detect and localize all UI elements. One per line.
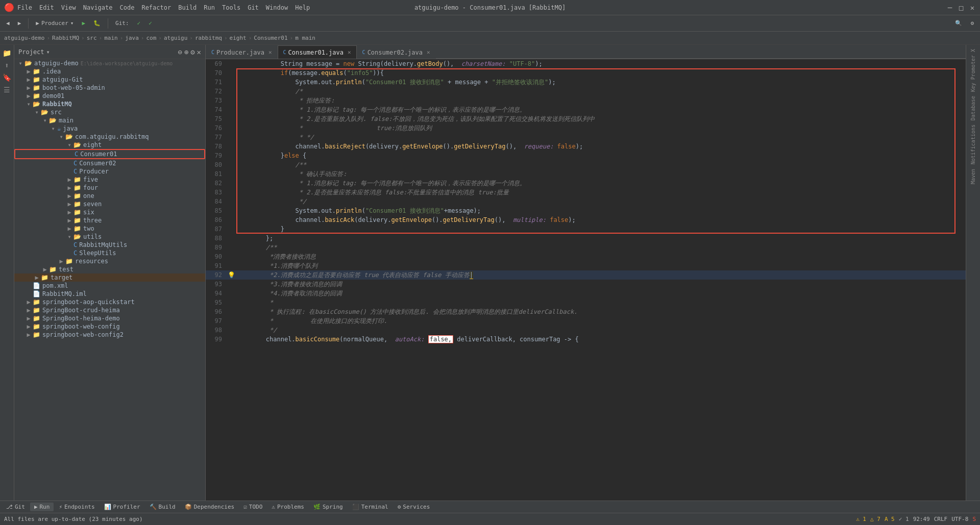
- menu-help[interactable]: Help: [295, 4, 310, 11]
- tree-springboot-heima[interactable]: ▶ 📁 SpringBoot-heima-demo: [14, 314, 205, 322]
- tab-consumer01[interactable]: C Consumer01.java ✕: [278, 45, 357, 59]
- close-button[interactable]: ✕: [969, 4, 976, 11]
- sidebar-close[interactable]: ✕: [197, 48, 201, 56]
- maven-icon[interactable]: Maven: [970, 169, 976, 184]
- tree-boot-web[interactable]: ▶ 📁 boot-web-05-admin: [14, 84, 205, 92]
- menu-git[interactable]: Git: [248, 4, 259, 11]
- bulb-icon[interactable]: 💡: [228, 270, 235, 280]
- tree-utils[interactable]: ▾ 📂 utils: [14, 233, 205, 241]
- commit-icon[interactable]: ⬆: [5, 61, 9, 69]
- tree-atguigu-git[interactable]: ▶ 📁 atguigu-Git: [14, 76, 205, 84]
- bottom-tab-profiler[interactable]: 📊 Profiler: [100, 503, 144, 511]
- tree-springboot-crud[interactable]: ▶ 📁 SpringBoot-crud-heima: [14, 306, 205, 314]
- toolbar-git-check1[interactable]: ✓: [134, 19, 144, 28]
- sidebar-settings[interactable]: ⚙: [190, 48, 194, 56]
- notifications-icon[interactable]: Notifications: [970, 124, 976, 164]
- tab-producer[interactable]: C Producer.java ✕: [206, 45, 278, 59]
- key-promoter-icon[interactable]: Key Promoter X: [970, 49, 976, 92]
- bottom-tab-dependencies[interactable]: 📦 Dependencies: [181, 503, 238, 511]
- bottom-tab-run[interactable]: ▶ Run: [30, 503, 54, 511]
- menu-code[interactable]: Code: [120, 4, 135, 11]
- tree-main[interactable]: ▾ 📂 main: [14, 116, 205, 124]
- tree-src[interactable]: ▾ 📂 src: [14, 108, 205, 116]
- menu-navigate[interactable]: Navigate: [83, 4, 113, 11]
- tree-consumer02[interactable]: C Consumer02: [14, 159, 205, 167]
- tree-pom[interactable]: 📄 pom.xml: [14, 282, 205, 290]
- bookmarks-icon[interactable]: 🔖: [3, 73, 11, 82]
- breadcrumb-item-2[interactable]: src: [87, 35, 97, 41]
- breadcrumb-item-1[interactable]: RabbitMQ: [52, 35, 79, 41]
- tree-springboot-web-config2[interactable]: ▶ 📁 springboot-web-config2: [14, 331, 205, 339]
- tree-springboot-aop[interactable]: ▶ 📁 springboot-aop-quickstart: [14, 298, 205, 306]
- breadcrumb-item-0[interactable]: atguigu-demo: [4, 35, 44, 41]
- tab-consumer02-close[interactable]: ✕: [427, 49, 430, 56]
- tree-seven[interactable]: ▶ 📁 seven: [14, 200, 205, 208]
- project-icon[interactable]: 📁: [3, 49, 11, 57]
- breadcrumb-item-9[interactable]: Consumer01: [254, 35, 287, 41]
- tree-test[interactable]: ▶ 📁 test: [14, 265, 205, 273]
- bottom-tab-git[interactable]: ⎇ Git: [2, 503, 29, 511]
- bottom-tab-endpoints[interactable]: ⚡ Endpoints: [55, 503, 99, 511]
- toolbar-back-button[interactable]: ◀: [3, 19, 13, 28]
- toolbar-debug-button[interactable]: 🐛: [90, 19, 104, 28]
- toolbar-search-button[interactable]: 🔍: [952, 19, 965, 28]
- tree-idea[interactable]: ▶ 📁 .idea: [14, 67, 205, 76]
- bottom-tab-todo[interactable]: ☑ TODO: [239, 503, 266, 511]
- breadcrumb-item-10[interactable]: m main: [295, 35, 315, 41]
- breadcrumb-item-5[interactable]: com: [146, 35, 156, 41]
- database-icon[interactable]: Database: [970, 96, 976, 120]
- bottom-tab-services[interactable]: ⚙ Services: [394, 503, 434, 511]
- tree-consumer01[interactable]: C Consumer01: [14, 149, 205, 159]
- tree-sleeputils[interactable]: C SleepUtils: [14, 249, 205, 257]
- sidebar-collapse-all[interactable]: ⊖: [178, 48, 182, 56]
- structure-icon[interactable]: ☰: [4, 86, 10, 94]
- sidebar-expand-all[interactable]: ⊕: [184, 48, 188, 56]
- tab-producer-close[interactable]: ✕: [268, 49, 272, 56]
- breadcrumb-item-8[interactable]: eight: [230, 35, 247, 41]
- tree-six[interactable]: ▶ 📁 six: [14, 208, 205, 216]
- menu-build[interactable]: Build: [178, 4, 197, 11]
- toolbar-git-check2[interactable]: ✓: [145, 19, 155, 28]
- sidebar-dropdown-icon[interactable]: ▾: [46, 48, 50, 56]
- tree-root[interactable]: ▾ 📂 atguigu-demo E:\idea-workspace\atgui…: [14, 59, 205, 67]
- tree-iml[interactable]: 📄 RabbitMQ.iml: [14, 290, 205, 298]
- bottom-tab-spring[interactable]: 🌿 Spring: [309, 503, 347, 511]
- tree-rabbitmqutils[interactable]: C RabbitMqUtils: [14, 241, 205, 249]
- tree-eight[interactable]: ▾ 📂 eight: [14, 141, 205, 149]
- tree-demo01[interactable]: ▶ 📁 demo01: [14, 92, 205, 100]
- tree-five[interactable]: ▶ 📁 five: [14, 176, 205, 184]
- maximize-button[interactable]: □: [958, 4, 965, 11]
- tree-four[interactable]: ▶ 📁 four: [14, 184, 205, 192]
- breadcrumb-item-7[interactable]: rabbitmq: [195, 35, 222, 41]
- tree-three[interactable]: ▶ 📁 three: [14, 216, 205, 224]
- menu-tools[interactable]: Tools: [222, 4, 240, 11]
- toolbar-run-config[interactable]: ▶ Producer ▾: [33, 19, 77, 28]
- tree-two[interactable]: ▶ 📁 two: [14, 224, 205, 233]
- toolbar-forward-button[interactable]: ▶: [15, 19, 24, 28]
- menu-refactor[interactable]: Refactor: [141, 4, 171, 11]
- tab-consumer02[interactable]: C Consumer02.java ✕: [357, 45, 436, 59]
- minimize-button[interactable]: ─: [946, 4, 953, 11]
- tree-one[interactable]: ▶ 📁 one: [14, 192, 205, 200]
- tree-java[interactable]: ▾ ☕ java: [14, 124, 205, 133]
- menu-file[interactable]: File: [17, 4, 32, 11]
- menu-edit[interactable]: Edit: [39, 4, 54, 11]
- breadcrumb-item-4[interactable]: java: [125, 35, 139, 41]
- tree-resources[interactable]: ▶ 📁 resources: [14, 257, 205, 265]
- menu-window[interactable]: Window: [266, 4, 288, 11]
- tree-springboot-web-config[interactable]: ▶ 📁 springboot-web-config: [14, 322, 205, 331]
- tab-consumer01-close[interactable]: ✕: [348, 49, 351, 56]
- bottom-tab-terminal[interactable]: ⬛ Terminal: [348, 503, 393, 511]
- bottom-tab-build[interactable]: 🔨 Build: [145, 503, 180, 511]
- toolbar-run-button[interactable]: ▶: [79, 19, 88, 28]
- tree-producer[interactable]: C Producer: [14, 167, 205, 176]
- tree-com-atguigu[interactable]: ▾ 📂 com.atguigu.rabbitmq: [14, 133, 205, 141]
- menu-run[interactable]: Run: [204, 4, 215, 11]
- editor-area[interactable]: 69 String message = new String(delivery.…: [206, 59, 966, 501]
- breadcrumb-item-3[interactable]: main: [104, 35, 118, 41]
- tree-target[interactable]: ▶ 📁 target: [14, 273, 205, 282]
- breadcrumb-item-6[interactable]: atguigu: [164, 35, 187, 41]
- tree-rabbitmq[interactable]: ▾ 📂 RabbitMQ: [14, 100, 205, 108]
- bottom-tab-problems[interactable]: ⚠ Problems: [267, 503, 308, 511]
- menu-view[interactable]: View: [61, 4, 76, 11]
